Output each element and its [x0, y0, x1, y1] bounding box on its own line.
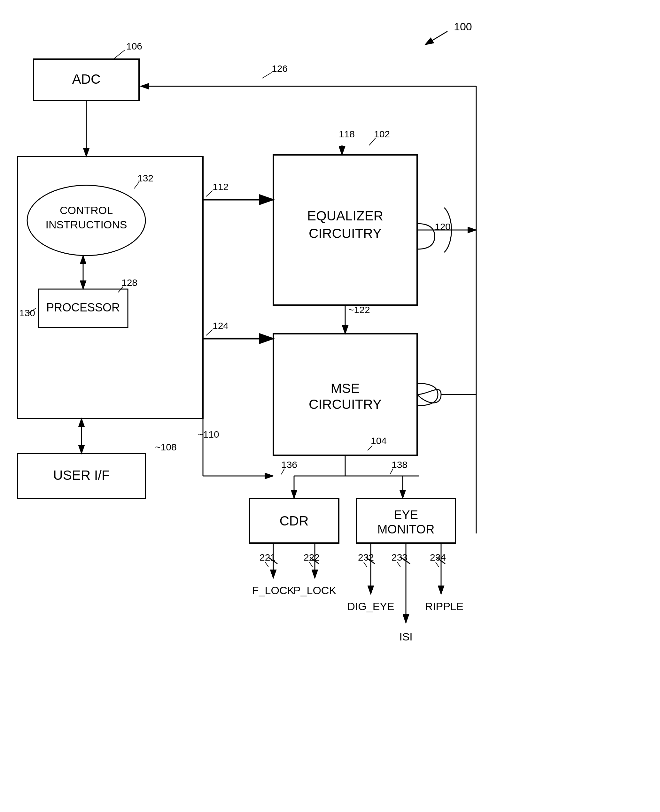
mse-line2: CIRCUITRY — [309, 397, 382, 412]
svg-line-12 — [206, 191, 213, 196]
ref-128: 128 — [121, 277, 137, 288]
controller-box — [17, 157, 203, 418]
ref-112: 112 — [213, 182, 228, 192]
ref-100: 100 — [454, 21, 472, 33]
ref-122: ~122 — [348, 304, 370, 315]
control-instructions-line2: INSTRUCTIONS — [46, 218, 127, 231]
p-lock-label: P_LOCK — [294, 584, 336, 597]
ref-104: 104 — [371, 435, 387, 446]
ripple-label: RIPPLE — [425, 600, 464, 613]
diagram-svg: 100 106 ADC 130 132 CONTROL INSTRUCTIONS… — [0, 0, 660, 812]
ref-234: 234 — [430, 552, 446, 562]
user-if-label: USER I/F — [53, 468, 109, 483]
adc-label: ADC — [72, 71, 101, 87]
ref-132: 132 — [137, 173, 154, 184]
svg-line-21 — [368, 446, 372, 450]
isi-label: ISI — [399, 630, 412, 643]
ref-110: ~110 — [198, 429, 219, 440]
svg-line-29 — [262, 73, 272, 78]
eye-monitor-line2: MONITOR — [378, 522, 435, 536]
ref-233: 233 — [392, 552, 408, 562]
ref-118: 118 — [339, 129, 355, 139]
svg-line-14 — [206, 330, 213, 336]
ref-222: 222 — [304, 552, 320, 562]
dig-eye-label: DIG_EYE — [347, 600, 394, 613]
equalizer-line2: CIRCUITRY — [309, 226, 382, 241]
ref-126: 126 — [272, 63, 288, 74]
processor-label: PROCESSOR — [46, 301, 120, 314]
ref-124: 124 — [213, 320, 228, 331]
cdr-label: CDR — [280, 513, 309, 528]
mse-line1: MSE — [330, 381, 360, 396]
f-lock-label: F_LOCK — [252, 584, 295, 597]
control-instructions-line1: CONTROL — [60, 204, 113, 216]
equalizer-line1: EQUALIZER — [307, 208, 383, 223]
ref-102: 102 — [374, 129, 390, 139]
svg-line-7 — [134, 182, 139, 188]
ref-106: 106 — [126, 41, 142, 51]
ref-136: 136 — [281, 459, 297, 470]
ref-130: 130 — [19, 308, 35, 318]
ref-138: 138 — [392, 459, 408, 470]
eye-monitor-line1: EYE — [394, 508, 418, 522]
diagram-container: 100 106 ADC 130 132 CONTROL INSTRUCTIONS… — [0, 0, 660, 812]
svg-line-16 — [369, 138, 376, 146]
svg-line-3 — [425, 31, 447, 45]
svg-line-4 — [113, 50, 125, 59]
ref-108: ~108 — [155, 442, 177, 452]
